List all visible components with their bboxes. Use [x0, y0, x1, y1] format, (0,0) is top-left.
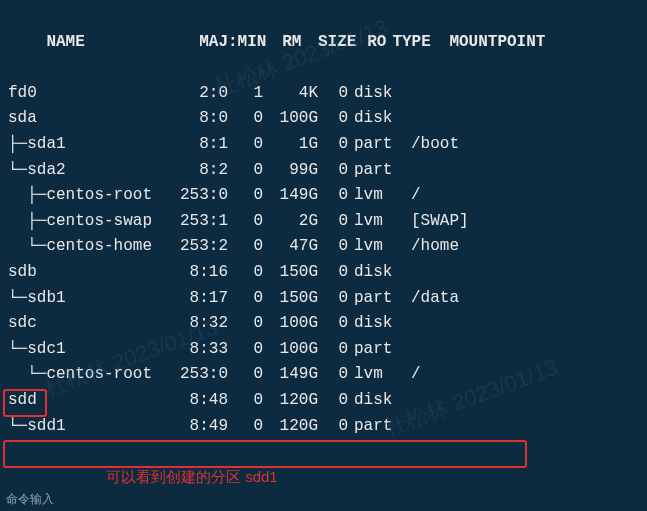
cell-name: └─sdc1: [8, 337, 158, 363]
cell-ro: 0: [318, 362, 348, 388]
table-row: ├─sda18:101G0part/boot: [8, 132, 639, 158]
col-rm: RM: [266, 30, 301, 56]
cell-type: part: [348, 337, 409, 363]
cell-size: 150G: [263, 260, 318, 286]
cell-name: └─sda2: [8, 158, 158, 184]
cell-rm: 0: [228, 286, 263, 312]
cell-size: 1G: [263, 132, 318, 158]
cell-mountpoint: /home: [409, 234, 459, 260]
cell-size: 120G: [263, 414, 318, 440]
cell-ro: 0: [318, 132, 348, 158]
status-bar-text: 命令输入: [6, 490, 54, 509]
cell-mountpoint: /: [409, 183, 421, 209]
cell-majmin: 8:49: [158, 414, 228, 440]
cell-ro: 0: [318, 158, 348, 184]
cell-size: 120G: [263, 388, 318, 414]
table-row: sdb8:160150G0disk: [8, 260, 639, 286]
cell-type: part: [348, 414, 409, 440]
cell-ro: 0: [318, 388, 348, 414]
col-mountpoint: MOUNTPOINT: [447, 30, 545, 56]
cell-majmin: 253:0: [158, 362, 228, 388]
cell-name: sdb: [8, 260, 158, 286]
cell-name: └─sdd1: [8, 414, 158, 440]
cell-ro: 0: [318, 286, 348, 312]
table-body: fd02:014K0disksda8:00100G0disk├─sda18:10…: [8, 81, 639, 439]
table-row: ├─centos-swap253:102G0lvm[SWAP]: [8, 209, 639, 235]
cell-majmin: 8:2: [158, 158, 228, 184]
terminal-window: 杜松林 2023/01/13 杜松林 2023/01/13 杜松林 2023/0…: [0, 0, 647, 511]
cell-rm: 0: [228, 311, 263, 337]
cell-majmin: 8:33: [158, 337, 228, 363]
cell-name: └─sdb1: [8, 286, 158, 312]
cell-ro: 0: [318, 234, 348, 260]
cell-rm: 0: [228, 183, 263, 209]
cell-majmin: 8:17: [158, 286, 228, 312]
table-row: └─sdb18:170150G0part/data: [8, 286, 639, 312]
cell-size: 47G: [263, 234, 318, 260]
cell-rm: 0: [228, 106, 263, 132]
cell-ro: 0: [318, 311, 348, 337]
cell-type: lvm: [348, 183, 409, 209]
cell-size: 100G: [263, 337, 318, 363]
cell-type: lvm: [348, 362, 409, 388]
cell-majmin: 253:1: [158, 209, 228, 235]
cell-ro: 0: [318, 414, 348, 440]
cell-type: part: [348, 132, 409, 158]
table-row: └─sdd18:490120G0part: [8, 414, 639, 440]
table-row: sdc8:320100G0disk: [8, 311, 639, 337]
cell-size: 2G: [263, 209, 318, 235]
cell-ro: 0: [318, 106, 348, 132]
col-ro: RO: [356, 30, 386, 56]
cell-rm: 0: [228, 362, 263, 388]
cell-mountpoint: /: [409, 362, 421, 388]
cell-type: disk: [348, 260, 409, 286]
cell-type: disk: [348, 106, 409, 132]
cell-rm: 0: [228, 414, 263, 440]
cell-rm: 0: [228, 209, 263, 235]
cell-size: 100G: [263, 106, 318, 132]
table-row: └─sda28:2099G0part: [8, 158, 639, 184]
cell-rm: 0: [228, 337, 263, 363]
cell-mountpoint: /data: [409, 286, 459, 312]
cell-majmin: 8:1: [158, 132, 228, 158]
cell-size: 149G: [263, 183, 318, 209]
cell-mountpoint: [SWAP]: [409, 209, 469, 235]
cell-size: 149G: [263, 362, 318, 388]
cell-name: ├─centos-swap: [8, 209, 158, 235]
col-name: NAME: [46, 30, 196, 56]
cell-type: lvm: [348, 209, 409, 235]
table-header: NAMEMAJ:MINRMSIZEROTYPEMOUNTPOINT: [8, 4, 639, 81]
annotation-text: 可以看到创建的分区 sdd1: [106, 465, 278, 489]
table-row: └─sdc18:330100G0part: [8, 337, 639, 363]
cell-majmin: 8:0: [158, 106, 228, 132]
col-majmin: MAJ:MIN: [196, 30, 266, 56]
cell-rm: 0: [228, 260, 263, 286]
cell-type: disk: [348, 311, 409, 337]
cell-ro: 0: [318, 337, 348, 363]
cell-majmin: 253:2: [158, 234, 228, 260]
cell-rm: 0: [228, 234, 263, 260]
cell-size: 99G: [263, 158, 318, 184]
table-row: └─centos-home253:2047G0lvm/home: [8, 234, 639, 260]
cell-ro: 0: [318, 209, 348, 235]
cell-type: part: [348, 158, 409, 184]
cell-size: 150G: [263, 286, 318, 312]
cell-name: └─centos-root: [8, 362, 158, 388]
table-row: fd02:014K0disk: [8, 81, 639, 107]
table-row: sdd8:480120G0disk: [8, 388, 639, 414]
cell-majmin: 8:16: [158, 260, 228, 286]
cell-type: lvm: [348, 234, 409, 260]
cell-majmin: 253:0: [158, 183, 228, 209]
cell-rm: 1: [228, 81, 263, 107]
cell-rm: 0: [228, 388, 263, 414]
cell-ro: 0: [318, 260, 348, 286]
cell-mountpoint: /boot: [409, 132, 459, 158]
cell-type: disk: [348, 388, 409, 414]
table-row: ├─centos-root253:00149G0lvm/: [8, 183, 639, 209]
cell-size: 4K: [263, 81, 318, 107]
cell-majmin: 2:0: [158, 81, 228, 107]
cell-name: sda: [8, 106, 158, 132]
cell-majmin: 8:32: [158, 311, 228, 337]
cell-name: ├─sda1: [8, 132, 158, 158]
col-type: TYPE: [386, 30, 447, 56]
